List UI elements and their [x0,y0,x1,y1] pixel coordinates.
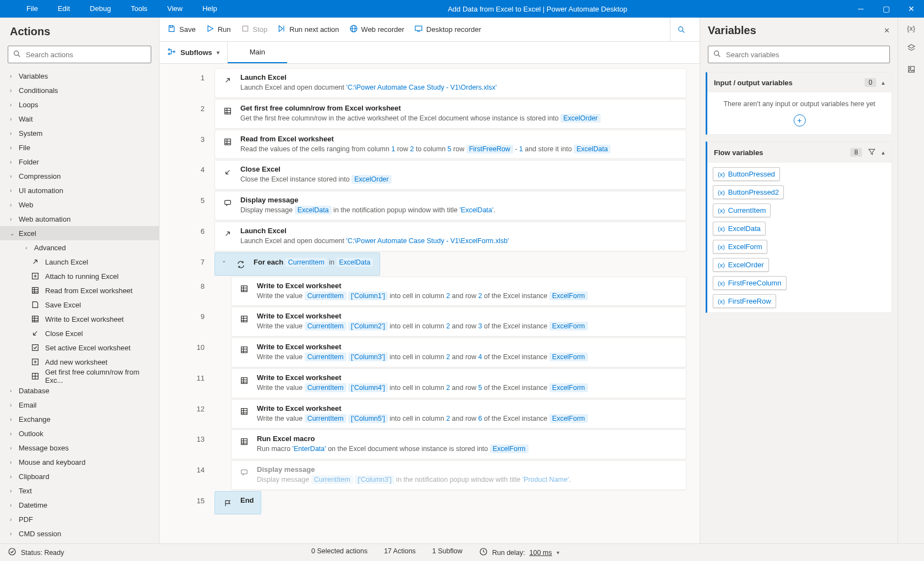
tree-label: Add new worksheet [45,358,107,366]
variables-rail-icon[interactable]: {x} [907,24,915,32]
msg-icon [222,197,234,209]
tree-item-variables[interactable]: ›Variables [0,69,159,83]
tree-item-write-to-excel-worksheet[interactable]: Write to Excel worksheet [0,312,159,326]
flow-step-7[interactable]: ⌄ For each CurrentItem in ExcelData [215,252,380,276]
flow-step-9[interactable]: Write to Excel worksheet Write the value… [231,307,686,337]
menu-debug[interactable]: Debug [80,0,120,18]
tree-item-text[interactable]: ›Text [0,483,159,498]
flow-var-buttonpressed[interactable]: (x)ButtonPressed [713,167,780,181]
tree-item-attach-to-running-excel[interactable]: Attach to running Excel [0,269,159,283]
tree-item-conditionals[interactable]: ›Conditionals [0,83,159,97]
flow-step-14[interactable]: Display message Display message CurrentI… [231,460,686,490]
flow-step-12[interactable]: Write to Excel worksheet Write the value… [231,399,686,429]
tree-item-clipboard[interactable]: ›Clipboard [0,469,159,483]
flow-step-1[interactable]: Launch Excel Launch Excel and open docum… [215,68,686,98]
subflows-button[interactable]: Subflows ▾ [160,42,228,63]
play-icon [206,24,215,35]
desktop-recorder-button[interactable]: Desktop recorder [414,24,481,35]
variables-panel: Variables ✕ Input / output variables 0 ▴… [700,18,898,543]
flow-var-buttonpressed2[interactable]: (x)ButtonPressed2 [713,185,784,199]
flow-var-excelorder[interactable]: (x)ExcelOrder [713,258,769,272]
run-button[interactable]: Run [206,24,231,35]
close-variables-icon[interactable]: ✕ [884,26,890,35]
chevron-down-icon[interactable]: ▾ [557,549,559,556]
tree-item-folder[interactable]: ›Folder [0,155,159,169]
tab-main[interactable]: Main [228,42,287,63]
tree-item-launch-excel[interactable]: Launch Excel [0,255,159,269]
chevron-icon: › [10,73,15,79]
tree-item-compression[interactable]: ›Compression [0,169,159,183]
images-rail-icon[interactable] [907,65,916,75]
tree-item-system[interactable]: ›System [0,126,159,140]
flow-step-11[interactable]: Write to Excel worksheet Write the value… [231,369,686,398]
tree-item-mouse-and-keyboard[interactable]: ›Mouse and keyboard [0,455,159,469]
tree-label: System [19,129,42,138]
actions-search-input[interactable] [26,51,146,59]
flow-var-currentitem[interactable]: (x)CurrentItem [713,204,771,217]
tree-item-advanced[interactable]: ›Advanced [0,240,159,255]
tree-item-cmd-session[interactable]: ›CMD session [0,526,159,541]
attach-icon [31,272,40,280]
menu-edit[interactable]: Edit [48,0,80,18]
menu-tools[interactable]: Tools [121,0,157,18]
chevron-icon: › [25,245,31,251]
close-window-button[interactable]: ✕ [899,0,924,18]
variables-search[interactable] [708,46,890,63]
flow-var-firstfreerow[interactable]: (x)FirstFreeRow [713,294,776,308]
tree-item-ui-automation[interactable]: ›UI automation [0,183,159,197]
tree-item-exchange[interactable]: ›Exchange [0,412,159,426]
tree-item-save-excel[interactable]: Save Excel [0,298,159,312]
add-io-variable-button[interactable]: + [794,114,806,127]
tree-item-excel[interactable]: ⌄Excel [0,226,159,240]
menu-help[interactable]: Help [193,0,227,18]
flow-var-excelform[interactable]: (x)ExcelForm [713,240,767,254]
tree-item-file[interactable]: ›File [0,140,159,155]
var-name: ButtonPressed [728,170,775,178]
run-next-button[interactable]: Run next action [277,24,339,35]
tree-item-get-first-free-column-row-from-exc-[interactable]: Get first free column/row from Exc... [0,369,159,383]
flow-step-6[interactable]: Launch Excel Launch Excel and open docum… [215,222,686,251]
tree-item-web-automation[interactable]: ›Web automation [0,212,159,226]
save-button[interactable]: Save [167,24,196,35]
ui-elements-rail-icon[interactable] [907,43,916,54]
tree-item-email[interactable]: ›Email [0,398,159,412]
flow-search-button[interactable] [670,18,692,41]
tree-item-datetime[interactable]: ›Datetime [0,498,159,512]
filter-icon[interactable] [867,147,876,157]
menu-file[interactable]: File [16,0,48,18]
flow-variables-header[interactable]: Flow variables 8 ▴ [707,142,892,163]
menu-view[interactable]: View [157,0,193,18]
flow-step-4[interactable]: Close Excel Close the Excel instance sto… [215,160,686,190]
tree-item-add-new-worksheet[interactable]: Add new worksheet [0,355,159,369]
collapse-icon[interactable]: ⌄ [222,257,226,263]
maximize-button[interactable]: ▢ [873,0,899,18]
actions-search[interactable] [8,46,151,63]
launch-icon [31,257,40,266]
flow-step-13[interactable]: Run Excel macro Run macro 'EnterData' on… [231,430,686,459]
tree-item-read-from-excel-worksheet[interactable]: Read from Excel worksheet [0,283,159,298]
flow-step-2[interactable]: Get first free column/row from Excel wor… [215,99,686,129]
web-recorder-button[interactable]: Web recorder [349,24,405,35]
tree-item-wait[interactable]: ›Wait [0,112,159,126]
tree-item-message-boxes[interactable]: ›Message boxes [0,441,159,455]
variables-search-input[interactable] [726,51,885,59]
tree-item-close-excel[interactable]: Close Excel [0,326,159,340]
tree-item-web[interactable]: ›Web [0,197,159,212]
tree-item-set-active-excel-worksheet[interactable]: Set active Excel worksheet [0,340,159,355]
tree-item-pdf[interactable]: ›PDF [0,512,159,526]
flow-step-3[interactable]: Read from Excel worksheet Read the value… [215,130,686,160]
tree-item-database[interactable]: ›Database [0,383,159,398]
io-variables-header[interactable]: Input / output variables 0 ▴ [707,73,892,92]
flow-var-exceldata[interactable]: (x)ExcelData [713,222,766,235]
line-number: 8 [160,277,215,306]
tree-item-loops[interactable]: ›Loops [0,97,159,112]
flow-var-firstfreecolumn[interactable]: (x)FirstFreeColumn [713,276,787,290]
flow-step-8[interactable]: Write to Excel worksheet Write the value… [231,277,686,306]
flow-step-10[interactable]: Write to Excel worksheet Write the value… [231,338,686,367]
line-number: 12 [160,399,215,429]
run-delay-value[interactable]: 100 ms [530,549,552,557]
tree-item-outlook[interactable]: ›Outlook [0,426,159,441]
minimize-button[interactable]: ─ [848,0,873,18]
flow-step-15[interactable]: End [215,491,261,514]
flow-step-5[interactable]: Display message Display message ExcelDat… [215,191,686,221]
